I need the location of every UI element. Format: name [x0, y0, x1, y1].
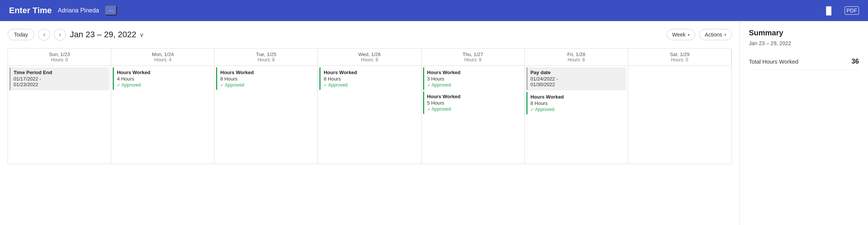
entry-title: Hours Worked	[220, 70, 313, 75]
app-header: Enter Time Adriana Pineda ··· ▐▌ PDF	[0, 0, 868, 21]
entry-card-1-0[interactable]: Hours Worked4 Hours✓ Approved	[113, 67, 213, 90]
entry-title: Hours Worked	[427, 94, 520, 99]
day-label: Mon, 1/24	[113, 52, 213, 57]
day-header-6: Sat, 1/29 Hours: 0	[628, 49, 732, 66]
pdf-icon[interactable]: PDF	[845, 6, 859, 15]
entry-title: Hours Worked	[117, 70, 210, 75]
entry-title: Pay date	[531, 70, 623, 75]
approved-label: Approved	[432, 106, 451, 112]
toolbar: Today ‹ › Jan 23 – 29, 2022 ∨ Week ▾ Act…	[8, 29, 732, 41]
entry-approved: ✓ Approved	[427, 82, 520, 88]
actions-arrow: ▾	[724, 33, 726, 37]
summary-title: Summary	[749, 29, 859, 37]
day-header-5: Fri, 1/28 Hours: 8	[525, 49, 628, 66]
day-label: Fri, 1/28	[526, 52, 626, 57]
day-hours: Hours: 4	[113, 57, 213, 62]
week-label: Week	[672, 32, 686, 38]
day-hours: Hours: 8	[319, 57, 419, 62]
actions-label: Actions	[705, 32, 722, 38]
entry-detail: 01/24/2022 - 01/30/2022	[531, 76, 623, 87]
day-label: Wed, 1/26	[319, 52, 419, 57]
day-col-5: Pay date01/24/2022 - 01/30/2022Hours Wor…	[525, 66, 628, 164]
entry-hours: 5 Hours	[427, 100, 520, 106]
entry-hours: 4 Hours	[117, 76, 210, 82]
entry-approved: ✓ Approved	[220, 82, 313, 88]
entry-card-5-1[interactable]: Hours Worked8 Hours✓ Approved	[526, 92, 626, 114]
check-icon: ✓	[427, 83, 431, 88]
total-hours-value: 36	[851, 58, 859, 65]
approved-label: Approved	[225, 82, 244, 88]
day-label: Sat, 1/29	[630, 52, 730, 57]
entry-approved: ✓ Approved	[531, 107, 623, 112]
bar-chart-icon[interactable]: ▐▌	[824, 6, 834, 15]
entry-detail: 01/17/2022 - 01/23/2022	[14, 76, 106, 87]
day-hours: Hours: 0	[9, 57, 109, 62]
day-label: Tue, 1/25	[216, 52, 316, 57]
today-button[interactable]: Today	[8, 29, 34, 40]
day-hours: Hours: 0	[630, 57, 730, 62]
entry-approved: ✓ Approved	[324, 82, 416, 88]
entry-card-0-0[interactable]: Time Period End01/17/2022 - 01/23/2022	[9, 67, 109, 90]
entry-approved: ✓ Approved	[117, 82, 210, 88]
day-header-3: Wed, 1/26 Hours: 8	[318, 49, 421, 66]
entry-hours: 3 Hours	[427, 76, 520, 82]
check-icon: ✓	[324, 83, 327, 88]
approved-label: Approved	[432, 82, 451, 88]
entry-hours: 8 Hours	[531, 100, 623, 106]
check-icon: ✓	[531, 107, 534, 112]
actions-dropdown[interactable]: Actions ▾	[699, 29, 732, 40]
entry-hours: 8 Hours	[220, 76, 313, 82]
entry-title: Hours Worked	[324, 70, 416, 75]
app-title: Enter Time	[9, 6, 52, 15]
day-hours: Hours: 8	[216, 57, 316, 62]
day-header-2: Tue, 1/25 Hours: 8	[215, 49, 318, 66]
approved-label: Approved	[535, 107, 554, 112]
total-hours-label: Total Hours Worked	[749, 58, 798, 65]
date-range-display[interactable]: Jan 23 – 29, 2022 ∨	[70, 30, 144, 40]
day-col-1: Hours Worked4 Hours✓ Approved	[111, 66, 215, 164]
approved-label: Approved	[121, 82, 141, 88]
day-label: Thu, 1/27	[423, 52, 523, 57]
day-col-2: Hours Worked8 Hours✓ Approved	[215, 66, 318, 164]
day-col-3: Hours Worked8 Hours✓ Approved	[318, 66, 421, 164]
entry-title: Time Period End	[14, 70, 106, 75]
approved-label: Approved	[328, 82, 347, 88]
check-icon: ✓	[117, 83, 120, 88]
day-header-1: Mon, 1/24 Hours: 4	[111, 49, 215, 66]
day-header-0: Sun, 1/23 Hours: 0	[8, 49, 111, 66]
date-range-text: Jan 23 – 29, 2022	[70, 30, 136, 40]
week-dropdown[interactable]: Week ▾	[667, 29, 696, 40]
entry-hours: 8 Hours	[324, 76, 416, 82]
entry-approved: ✓ Approved	[427, 106, 520, 112]
prev-button[interactable]: ‹	[38, 29, 50, 41]
entry-title: Hours Worked	[427, 70, 520, 75]
day-hours: Hours: 8	[423, 57, 523, 62]
toolbar-right: Week ▾ Actions ▾	[667, 29, 732, 40]
day-col-0: Time Period End01/17/2022 - 01/23/2022	[8, 66, 111, 164]
day-col-6	[628, 66, 732, 164]
week-arrow: ▾	[688, 33, 690, 37]
day-col-4: Hours Worked3 Hours✓ ApprovedHours Worke…	[422, 66, 525, 164]
more-options-button[interactable]: ···	[105, 6, 117, 15]
entry-card-5-0[interactable]: Pay date01/24/2022 - 01/30/2022	[526, 67, 626, 90]
calendar-section: Today ‹ › Jan 23 – 29, 2022 ∨ Week ▾ Act…	[0, 21, 740, 225]
entry-card-3-0[interactable]: Hours Worked8 Hours✓ Approved	[319, 67, 419, 90]
entry-card-4-0[interactable]: Hours Worked3 Hours✓ Approved	[423, 67, 523, 90]
entry-card-4-1[interactable]: Hours Worked5 Hours✓ Approved	[423, 91, 523, 114]
total-hours-row: Total Hours Worked 36	[749, 54, 859, 70]
entry-card-2-0[interactable]: Hours Worked8 Hours✓ Approved	[216, 67, 316, 90]
check-icon: ✓	[220, 83, 224, 88]
calendar-grid: Sun, 1/23 Hours: 0Mon, 1/24 Hours: 4Tue,…	[8, 48, 732, 164]
day-hours: Hours: 8	[526, 57, 626, 62]
user-name: Adriana Pineda	[58, 7, 99, 14]
entry-title: Hours Worked	[531, 94, 623, 100]
date-range-chevron: ∨	[140, 31, 144, 38]
summary-date: Jan 23 – 29, 2022	[749, 40, 859, 46]
summary-section: Summary Jan 23 – 29, 2022 Total Hours Wo…	[740, 21, 868, 225]
day-label: Sun, 1/23	[9, 52, 109, 57]
next-button[interactable]: ›	[54, 29, 66, 41]
day-header-4: Thu, 1/27 Hours: 8	[422, 49, 525, 66]
check-icon: ✓	[427, 107, 431, 112]
main-content: Today ‹ › Jan 23 – 29, 2022 ∨ Week ▾ Act…	[0, 21, 868, 225]
